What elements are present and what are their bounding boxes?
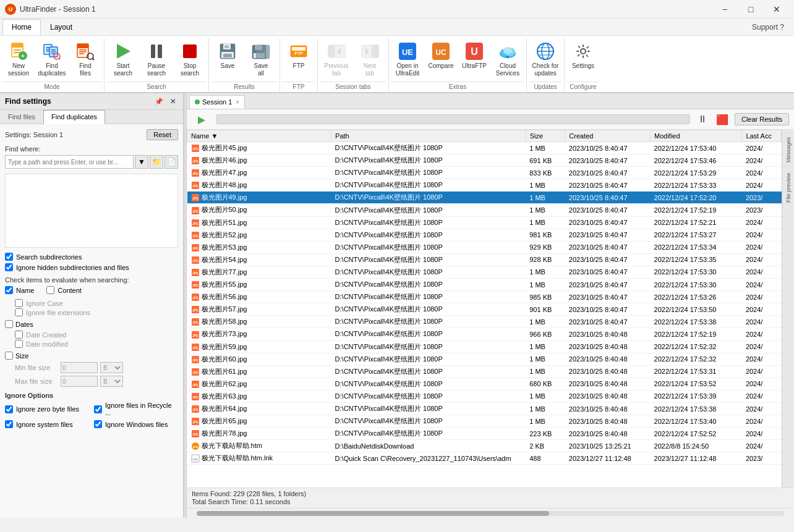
col-path[interactable]: Path	[331, 130, 526, 142]
open-ultraedit-label: Open in UltraEdit	[396, 62, 419, 77]
table-row[interactable]: JPG极光图片53.jpg D:\CNTV\Pixcall\4K壁纸图片 108…	[187, 241, 782, 253]
table-row[interactable]: JPG极光图片48.jpg D:\CNTV\Pixcall\4K壁纸图片 108…	[187, 179, 782, 192]
find-duplicates-button[interactable]: Find duplicates	[36, 38, 68, 79]
support-button[interactable]: Support ?	[745, 23, 792, 32]
col-size[interactable]: Size	[526, 130, 565, 142]
table-row[interactable]: JPG极光图片61.jpg D:\CNTV\Pixcall\4K壁纸图片 108…	[187, 365, 782, 378]
results-pause-button[interactable]: ⏸	[695, 112, 710, 127]
max-size-input[interactable]	[61, 376, 98, 387]
table-row[interactable]: JPG极光图片52.jpg D:\CNTV\Pixcall\4K壁纸图片 108…	[187, 229, 782, 241]
browse-folder-btn[interactable]: 📁	[150, 155, 163, 169]
find-files-button[interactable]: Find files	[69, 38, 101, 79]
menu-tab-home[interactable]: Home	[2, 19, 41, 35]
ignore-system-checkbox[interactable]	[5, 420, 13, 428]
col-modified[interactable]: Modified	[651, 130, 742, 142]
table-row[interactable]: LNK极光下载站帮助.htm.lnk D:\Quick Scan C\Recov…	[187, 452, 782, 465]
table-row[interactable]: JPG极光图片78.jpg D:\CNTV\Pixcall\4K壁纸图片 108…	[187, 428, 782, 440]
ignore-recycle-checkbox[interactable]	[94, 405, 102, 413]
stop-search-button[interactable]: Stop search	[174, 38, 206, 79]
table-row[interactable]: JPG极光图片77.jpg D:\CNTV\Pixcall\4K壁纸图片 108…	[187, 266, 782, 278]
session-tab-1[interactable]: Session 1 ×	[189, 95, 245, 109]
start-search-button[interactable]: Start search	[107, 38, 139, 79]
h-scrollbar-thumb[interactable]	[197, 511, 549, 516]
pin-icon[interactable]: 📌	[153, 96, 164, 107]
date-created-checkbox[interactable]	[15, 331, 23, 339]
size-checkbox[interactable]	[5, 352, 13, 360]
ignore-windows-checkbox[interactable]	[94, 420, 102, 428]
table-row[interactable]: JPG极光图片60.jpg D:\CNTV\Pixcall\4K壁纸图片 108…	[187, 353, 782, 365]
menu-tab-layout[interactable]: Layout	[41, 19, 82, 35]
settings-button[interactable]: Settings	[567, 38, 599, 77]
min-size-input[interactable]	[61, 362, 98, 373]
pause-search-button[interactable]: Pause search	[140, 38, 173, 79]
date-modified-checkbox[interactable]	[15, 340, 23, 348]
table-row[interactable]: JPG极光图片47.jpg D:\CNTV\Pixcall\4K壁纸图片 108…	[187, 167, 782, 179]
messages-sidebar-btn[interactable]: Messages	[783, 131, 794, 168]
table-row[interactable]: JPG极光图片64.jpg D:\CNTV\Pixcall\4K壁纸图片 108…	[187, 402, 782, 415]
max-size-unit[interactable]: BKBMB	[100, 376, 123, 387]
ftp-button[interactable]: FTP FTP	[283, 38, 315, 77]
ignore-system-label: Ignore system files	[16, 421, 73, 428]
next-tab-button[interactable]: Next tab	[354, 38, 386, 79]
previous-tab-button[interactable]: Previous tab	[320, 38, 352, 79]
table-row[interactable]: JPG极光图片65.jpg D:\CNTV\Pixcall\4K壁纸图片 108…	[187, 415, 782, 428]
ignore-case-item: Ignore Case	[15, 299, 178, 307]
check-updates-button[interactable]: Check for updates	[529, 38, 561, 79]
table-row[interactable]: JPG极光图片55.jpg D:\CNTV\Pixcall\4K壁纸图片 108…	[187, 279, 782, 291]
dropdown-btn[interactable]: ▼	[135, 155, 148, 169]
table-row[interactable]: JPG极光图片45.jpg D:\CNTV\Pixcall\4K壁纸图片 108…	[187, 142, 782, 154]
table-row[interactable]: JPG极光图片56.jpg D:\CNTV\Pixcall\4K壁纸图片 108…	[187, 291, 782, 303]
cell-path: D:\CNTV\Pixcall\4K壁纸图片 1080P	[331, 142, 526, 154]
path-input[interactable]	[5, 155, 134, 169]
table-row[interactable]: JPG极光图片63.jpg D:\CNTV\Pixcall\4K壁纸图片 108…	[187, 390, 782, 402]
open-ultraedit-button[interactable]: UE Open in UltraEdit	[391, 38, 424, 79]
table-row[interactable]: JPG极光图片58.jpg D:\CNTV\Pixcall\4K壁纸图片 108…	[187, 316, 782, 328]
col-name[interactable]: Name ▼	[187, 130, 331, 142]
table-row[interactable]: JPG极光图片49.jpg D:\CNTV\Pixcall\4K壁纸图片 108…	[187, 192, 782, 204]
min-size-unit[interactable]: BKBMB	[100, 362, 123, 373]
cell-name: JPG极光图片46.jpg	[187, 154, 331, 167]
ignore-hidden-checkbox[interactable]	[5, 263, 13, 271]
save-button[interactable]: Save	[211, 38, 244, 77]
results-play-button[interactable]: ▶	[192, 112, 211, 127]
table-row[interactable]: HTM极光下载站帮助.htm D:\BaiduNetdiskDownload 2…	[187, 440, 782, 452]
name-checkbox[interactable]	[5, 286, 13, 294]
table-row[interactable]: JPG极光图片62.jpg D:\CNTV\Pixcall\4K壁纸图片 108…	[187, 378, 782, 390]
clear-results-button[interactable]: Clear Results	[735, 113, 789, 125]
h-scrollbar[interactable]	[187, 508, 794, 518]
col-created[interactable]: Created	[565, 130, 651, 142]
session-tab-close-btn[interactable]: ×	[236, 99, 239, 106]
ignore-case-checkbox[interactable]	[15, 299, 23, 307]
save-all-button[interactable]: Save all	[245, 38, 277, 79]
cell-modified: 2022/12/24 17:53:26	[651, 291, 742, 303]
search-subdirs-checkbox[interactable]	[5, 253, 13, 261]
minimize-button[interactable]: −	[712, 0, 737, 19]
cloud-services-button[interactable]: ▼ Cloud Services	[492, 38, 524, 79]
table-row[interactable]: JPG极光图片59.jpg D:\CNTV\Pixcall\4K壁纸图片 108…	[187, 340, 782, 353]
ultraftp-button[interactable]: U UltraFTP	[458, 38, 490, 77]
svg-line-22	[92, 58, 94, 60]
table-row[interactable]: JPG极光图片73.jpg D:\CNTV\Pixcall\4K壁纸图片 108…	[187, 328, 782, 340]
table-row[interactable]: JPG极光图片50.jpg D:\CNTV\Pixcall\4K壁纸图片 108…	[187, 204, 782, 216]
maximize-button[interactable]: □	[738, 0, 763, 19]
table-row[interactable]: JPG极光图片51.jpg D:\CNTV\Pixcall\4K壁纸图片 108…	[187, 216, 782, 229]
find-files-tab[interactable]: Find files	[0, 110, 43, 124]
browse-file-btn[interactable]: 📄	[164, 155, 178, 169]
table-row[interactable]: JPG极光图片57.jpg D:\CNTV\Pixcall\4K壁纸图片 108…	[187, 303, 782, 316]
compare-button[interactable]: UC Compare	[425, 38, 457, 77]
reset-button[interactable]: Reset	[147, 129, 178, 140]
results-stop-button[interactable]: 🟥	[715, 112, 730, 127]
new-session-button[interactable]: + New session	[2, 38, 35, 79]
ignore-zero-byte-checkbox[interactable]	[5, 405, 13, 413]
find-duplicates-tab[interactable]: Find duplicates	[43, 110, 105, 124]
dates-checkbox[interactable]	[5, 320, 13, 328]
col-last-acc[interactable]: Last Acc	[742, 130, 782, 142]
close-button[interactable]: ✕	[764, 0, 789, 19]
file-preview-sidebar-btn[interactable]: File preview	[783, 169, 794, 206]
content-checkbox[interactable]	[46, 286, 54, 294]
cell-size: 1 MB	[526, 216, 565, 229]
table-row[interactable]: JPG极光图片54.jpg D:\CNTV\Pixcall\4K壁纸图片 108…	[187, 253, 782, 266]
panel-close-icon[interactable]: ✕	[167, 96, 178, 107]
table-row[interactable]: JPG极光图片46.jpg D:\CNTV\Pixcall\4K壁纸图片 108…	[187, 154, 782, 167]
ignore-ext-checkbox[interactable]	[15, 308, 23, 316]
